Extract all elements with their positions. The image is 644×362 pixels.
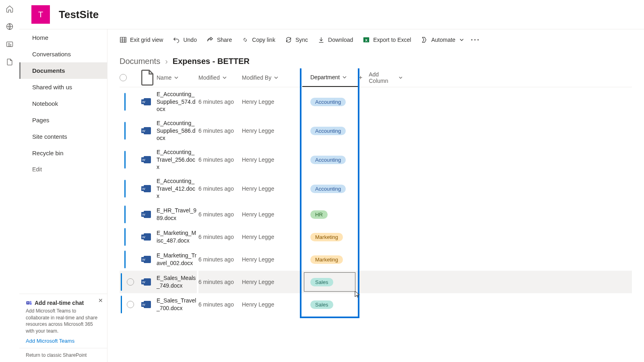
share-button[interactable]: Share bbox=[202, 34, 236, 46]
file-type-icon bbox=[138, 116, 157, 145]
home-icon[interactable] bbox=[6, 5, 14, 13]
sidebar-item-conversations[interactable]: Conversations bbox=[19, 46, 107, 62]
col-department-header[interactable]: Department bbox=[302, 68, 359, 87]
content-area: Exit grid view Undo Share Copy link bbox=[107, 29, 644, 362]
row-select[interactable] bbox=[120, 145, 138, 174]
modified-cell[interactable]: 6 minutes ago bbox=[198, 174, 242, 203]
file-name[interactable]: E_Accounting_Supplies_586.docx bbox=[157, 116, 197, 145]
file-name[interactable]: E_Accounting_Travel_412.docx bbox=[157, 174, 197, 203]
file-name[interactable]: E_Accounting_Travel_256.docx bbox=[157, 145, 197, 174]
file-grid[interactable]: Name Modified Modified By Department + A… bbox=[120, 68, 632, 316]
edit-nav-link[interactable]: Edit bbox=[19, 161, 107, 177]
site-logo[interactable]: T bbox=[31, 5, 50, 24]
chevron-down-icon bbox=[342, 75, 347, 80]
word-icon bbox=[144, 156, 151, 163]
news-icon[interactable] bbox=[6, 40, 14, 48]
modifiedby-cell[interactable]: Henry Legge bbox=[242, 174, 302, 203]
file-name[interactable]: E_HR_Travel_989.docx bbox=[157, 203, 197, 226]
department-cell[interactable]: Accounting bbox=[302, 145, 359, 174]
department-cell[interactable]: Accounting bbox=[302, 116, 359, 145]
row-select[interactable] bbox=[120, 226, 138, 248]
row-select[interactable] bbox=[120, 87, 138, 116]
grid-wrapper: Name Modified Modified By Department + A… bbox=[107, 68, 644, 362]
sidebar-item-documents[interactable]: Documents bbox=[19, 62, 107, 79]
select-all[interactable] bbox=[120, 68, 138, 87]
modified-cell[interactable]: 6 minutes ago bbox=[198, 145, 242, 174]
more-button[interactable] bbox=[470, 35, 480, 45]
row-select[interactable] bbox=[120, 174, 138, 203]
svg-text:T: T bbox=[27, 302, 29, 304]
chevron-down-icon bbox=[274, 75, 279, 80]
row-select[interactable] bbox=[120, 116, 138, 145]
col-name-header[interactable]: Name bbox=[157, 68, 198, 87]
empty-cell bbox=[359, 226, 403, 248]
modified-cell[interactable]: 6 minutes ago bbox=[198, 226, 242, 248]
row-select[interactable] bbox=[120, 203, 138, 226]
department-cell[interactable]: Accounting bbox=[302, 87, 359, 116]
modifiedby-cell[interactable]: Henry Legge bbox=[242, 145, 302, 174]
modified-cell[interactable]: 6 minutes ago bbox=[198, 248, 242, 271]
department-cell[interactable]: Marketing bbox=[302, 226, 359, 248]
col-modified-header[interactable]: Modified bbox=[198, 68, 242, 87]
file-name[interactable]: E_Accounting_Supplies_574.docx bbox=[157, 87, 197, 116]
empty-cell bbox=[359, 174, 403, 203]
department-cell[interactable]: HR bbox=[302, 203, 359, 226]
modified-cell[interactable]: 6 minutes ago bbox=[198, 293, 242, 316]
sync-button[interactable]: Sync bbox=[281, 34, 312, 46]
file-type-icon bbox=[138, 271, 157, 293]
file-icon[interactable] bbox=[6, 58, 14, 66]
side-panel: HomeConversationsDocumentsShared with us… bbox=[19, 29, 107, 362]
sidebar-item-site-contents[interactable]: Site contents bbox=[19, 128, 107, 145]
download-icon bbox=[318, 36, 325, 43]
modified-cell[interactable]: 6 minutes ago bbox=[198, 271, 242, 293]
chevron-down-icon bbox=[222, 75, 227, 80]
row-select[interactable] bbox=[120, 293, 138, 316]
file-name[interactable]: E_Marketing_Misc_487.docx bbox=[157, 226, 197, 248]
export-excel-button[interactable]: X Export to Excel bbox=[359, 34, 415, 46]
modified-cell[interactable]: 6 minutes ago bbox=[198, 116, 242, 145]
modifiedby-cell[interactable]: Henry Legge bbox=[242, 203, 302, 226]
department-cell[interactable]: Marketing bbox=[302, 248, 359, 271]
return-classic-link[interactable]: Return to classic SharePoint bbox=[19, 348, 107, 362]
add-column-button[interactable]: + Add Column bbox=[359, 68, 403, 87]
file-name[interactable]: E_Sales_Meals_749.docx bbox=[157, 271, 197, 293]
col-modifiedby-header[interactable]: Modified By bbox=[242, 68, 302, 87]
modifiedby-cell[interactable]: Henry Legge bbox=[242, 248, 302, 271]
breadcrumb: Documents › Expenses - BETTER bbox=[107, 50, 644, 68]
undo-button[interactable]: Undo bbox=[169, 34, 200, 46]
sidebar-item-pages[interactable]: Pages bbox=[19, 112, 107, 128]
site-title[interactable]: TestSite bbox=[59, 8, 99, 21]
department-cell[interactable]: Sales bbox=[302, 271, 359, 293]
svg-point-4 bbox=[30, 301, 31, 302]
word-icon bbox=[144, 256, 151, 263]
copy-link-button[interactable]: Copy link bbox=[237, 34, 279, 46]
automate-button[interactable]: Automate bbox=[417, 34, 468, 46]
add-teams-link[interactable]: Add Microsoft Teams bbox=[26, 338, 101, 344]
sidebar-item-notebook[interactable]: Notebook bbox=[19, 95, 107, 112]
modified-cell[interactable]: 6 minutes ago bbox=[198, 203, 242, 226]
sidebar-item-home[interactable]: Home bbox=[19, 29, 107, 46]
modifiedby-cell[interactable]: Henry Legge bbox=[242, 116, 302, 145]
modifiedby-cell[interactable]: Henry Legge bbox=[242, 87, 302, 116]
sidebar-item-shared-with-us[interactable]: Shared with us bbox=[19, 79, 107, 95]
row-select[interactable] bbox=[120, 271, 138, 293]
empty-cell bbox=[359, 87, 403, 116]
globe-icon[interactable] bbox=[6, 23, 14, 31]
modified-cell[interactable]: 6 minutes ago bbox=[198, 87, 242, 116]
exit-grid-button[interactable]: Exit grid view bbox=[116, 34, 167, 46]
col-icon-header[interactable] bbox=[138, 68, 157, 87]
word-icon bbox=[144, 278, 151, 286]
close-icon[interactable]: ✕ bbox=[98, 297, 103, 304]
breadcrumb-root[interactable]: Documents bbox=[120, 57, 160, 66]
file-name[interactable]: E_Marketing_Travel_002.docx bbox=[157, 248, 197, 271]
modifiedby-cell[interactable]: Henry Legge bbox=[242, 293, 302, 316]
download-button[interactable]: Download bbox=[314, 34, 357, 46]
department-cell[interactable]: Accounting bbox=[302, 174, 359, 203]
empty-cell bbox=[359, 145, 403, 174]
file-name[interactable]: E_Sales_Travel_700.docx bbox=[157, 293, 197, 316]
modifiedby-cell[interactable]: Henry Legge bbox=[242, 271, 302, 293]
sidebar-item-recycle-bin[interactable]: Recycle bin bbox=[19, 145, 107, 161]
row-select[interactable] bbox=[120, 248, 138, 271]
department-cell[interactable]: Sales bbox=[302, 293, 359, 316]
modifiedby-cell[interactable]: Henry Legge bbox=[242, 226, 302, 248]
